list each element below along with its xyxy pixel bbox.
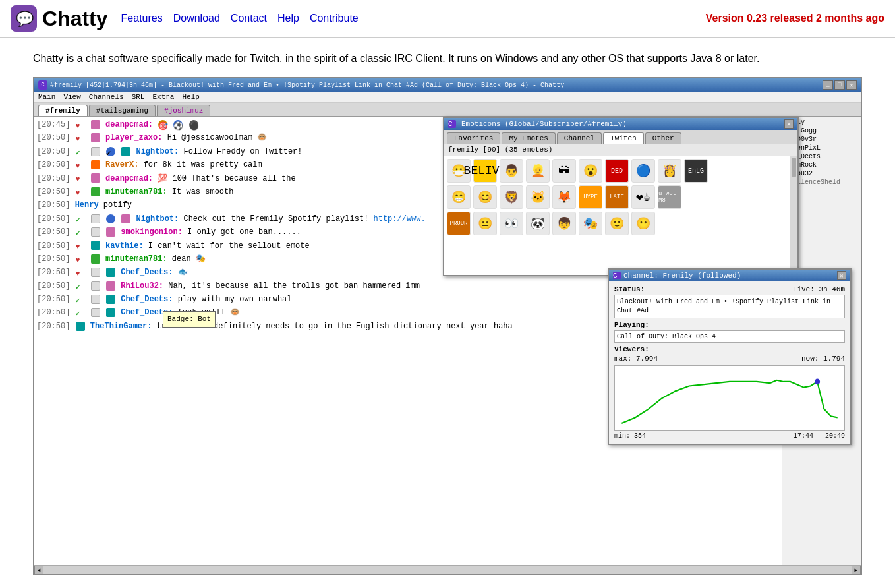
emote-item[interactable]: 🔵 (631, 159, 655, 183)
logo-icon: 💬 (11, 5, 37, 32)
channel-content: Status: Live: 3h 46m Blackout! with Fred… (609, 281, 850, 444)
emote-row: 😷 BELIVE 👨 👱 🕶 😮 DED 🔵 👸 EnLG (447, 159, 795, 183)
scroll-right-button[interactable]: ▶ (852, 566, 861, 575)
emoticons-scrollbar[interactable] (790, 156, 797, 275)
channel-popup: C Channel: Fremily (followed) ✕ Status: … (608, 268, 852, 445)
status-label: Status: (614, 285, 645, 293)
chart-svg (615, 366, 844, 430)
user-icon (106, 268, 115, 277)
chat-title-text: #fremily [452|1.794|3h 46m] - Blackout! … (50, 82, 564, 89)
emote-item[interactable]: 😊 (473, 185, 497, 209)
emote-item[interactable]: LATE (605, 185, 629, 209)
menu-channels[interactable]: Channels (89, 93, 124, 101)
emoticons-popup: C Emoticons (Global/Subscriber/#fremily)… (443, 117, 799, 276)
emoticons-close-button[interactable]: ✕ (784, 119, 794, 129)
emote-item[interactable]: 👱 (526, 159, 550, 183)
chart-labels: min: 354 17:44 - 20:49 (614, 432, 845, 440)
emoticons-title: Emoticons (Global/Subscriber/#fremily) (461, 120, 627, 128)
nav-features[interactable]: Features (121, 13, 163, 24)
maximize-button[interactable]: □ (834, 80, 845, 90)
tab-twitch[interactable]: Twitch (603, 132, 644, 144)
tab-fremily[interactable]: #fremily (38, 105, 88, 116)
badge2 (91, 227, 100, 237)
logo-area: 💬 Chatty (11, 5, 108, 32)
minimize-button[interactable]: _ (823, 80, 833, 90)
user-icon (91, 241, 100, 250)
badge3 (106, 214, 115, 223)
badge-icon: ♥ (76, 133, 85, 142)
emote-item[interactable]: 🐱 (526, 185, 550, 209)
emote-item[interactable]: 😶 (631, 212, 655, 235)
nav-help[interactable]: Help (277, 13, 299, 24)
version-badge: Version 0.23 released 2 months ago (706, 13, 884, 24)
emote-row: 😁 😊 🦁 🐱 🦊 HYPE LATE ❤️☕ u wot M8 (447, 185, 795, 209)
menu-srl[interactable]: SRL (132, 93, 145, 101)
emote-item[interactable]: 🎭 (579, 212, 602, 235)
emote-item[interactable]: ❤️☕ (631, 185, 655, 209)
badge2 (91, 281, 100, 291)
emote-item[interactable]: 👸 (658, 159, 681, 183)
emote-item[interactable]: HYPE (579, 185, 602, 209)
badge2 (91, 147, 100, 156)
emote-item[interactable]: 🐼 (526, 212, 550, 235)
nav-links: Features Download Contact Help Contribut… (121, 13, 359, 24)
user-icon (91, 187, 100, 196)
nav-contact[interactable]: Contact (231, 13, 267, 24)
tab-joshimuz[interactable]: #joshimuz (157, 105, 210, 116)
playing-label: Playing: (614, 321, 649, 329)
viewers-chart (614, 365, 845, 431)
chatty-small-icon: C (448, 120, 456, 128)
svg-rect-2 (615, 366, 844, 430)
header: 💬 Chatty Features Download Contact Help … (0, 0, 895, 38)
menu-extra[interactable]: Extra (152, 93, 174, 101)
emote-item[interactable]: 🦁 (500, 185, 523, 209)
scroll-left-button[interactable]: ◀ (34, 566, 43, 575)
emote-item[interactable]: DED (605, 159, 629, 183)
emote1: 🎯 (158, 120, 167, 129)
emoticons-grid: 😷 BELIVE 👨 👱 🕶 😮 DED 🔵 👸 EnLG 😁 😊 🦁 🐱 (444, 156, 797, 275)
emote2: ⚽ (173, 120, 183, 129)
tab-my-emotes[interactable]: My Emotes (502, 132, 555, 144)
nav-download[interactable]: Download (173, 13, 220, 24)
emote-item[interactable]: 😐 (473, 212, 497, 235)
user-icon (106, 281, 115, 291)
emote-item[interactable]: 👦 (552, 212, 576, 235)
emote-item[interactable]: 🦊 (552, 185, 576, 209)
badge-icon: ♥ (76, 120, 85, 129)
close-button[interactable]: ✕ (846, 80, 857, 90)
menu-main[interactable]: Main (38, 93, 55, 101)
emote-item[interactable]: BELIVE (473, 159, 497, 183)
chat-scrollbar-h[interactable]: ◀ ▶ (34, 565, 861, 574)
menu-view[interactable]: View (63, 93, 80, 101)
tab-channel[interactable]: Channel (557, 132, 602, 144)
user-icon (121, 147, 130, 156)
menu-help[interactable]: Help (182, 93, 199, 101)
emote-item[interactable]: PROUR (447, 212, 471, 235)
badge-icon: ♥ (76, 268, 85, 277)
emoticons-tabs: Favorites My Emotes Channel Twitch Other (444, 130, 797, 144)
badge-icon: ✔ (76, 281, 85, 291)
tab-favorites[interactable]: Favorites (447, 132, 500, 144)
tab-tailsgaming[interactable]: #tailsgaming (89, 105, 156, 116)
svg-text:💬: 💬 (16, 10, 34, 28)
nav-contribute[interactable]: Contribute (310, 13, 359, 24)
tab-other[interactable]: Other (645, 132, 681, 144)
channel-close-button[interactable]: ✕ (837, 271, 846, 280)
channel-title: Channel: Fremily (followed) (623, 272, 741, 279)
emote-item[interactable]: u wot M8 (658, 185, 681, 209)
emoticons-header-text: fremily [90] (35 emotes) (448, 146, 552, 154)
badge-icon: ♥ (76, 187, 85, 196)
emote-item[interactable]: 🕶 (552, 159, 576, 183)
time-range: 17:44 - 20:49 (794, 432, 845, 440)
emote-item[interactable]: EnLG (684, 159, 708, 183)
scroll-thumb (792, 158, 796, 177)
emote3: ⚫ (189, 120, 198, 129)
emote-item[interactable]: 😁 (447, 185, 471, 209)
user-icon (121, 214, 130, 223)
chat-titlebar: C #fremily [452|1.794|3h 46m] - Blackout… (34, 78, 861, 92)
emote-item[interactable]: 👀 (500, 212, 523, 235)
emote-item[interactable]: 👨 (500, 159, 523, 183)
emote-item[interactable]: 🙂 (605, 212, 629, 235)
emote-item[interactable]: 😮 (579, 159, 602, 183)
badge-icon: ♥ (76, 241, 85, 250)
